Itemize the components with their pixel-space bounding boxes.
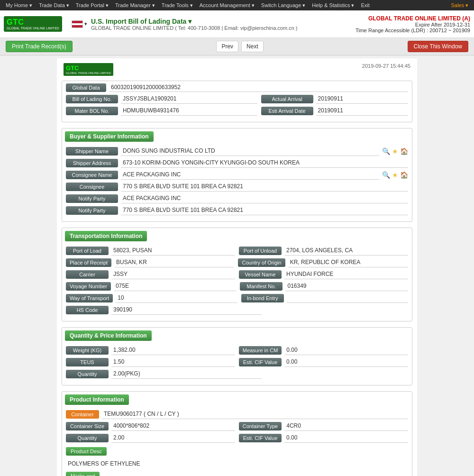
notify-party-value: ACE PACKAGING INC — [121, 194, 408, 203]
header-bar: GTC GLOBAL TRADE ONLINE LIMITED ▾ U.S. I… — [0, 10, 474, 38]
logo-box: GTC GLOBAL TRADE ONLINE LIMITED — [4, 16, 62, 32]
measure-cm-label: Measure in CM — [239, 346, 282, 355]
carrier-row: Carrier JSSY Vessel Name HYUNDAI FORCE — [66, 270, 408, 279]
product-desc-button[interactable]: Product Desc — [66, 447, 107, 456]
vessel-name-label: Vessel Name — [239, 270, 282, 279]
global-data-body: Global Data 6003201909120000633952 Bill … — [62, 81, 412, 122]
product-esti-cif-label: Esti. CIF Value — [239, 434, 282, 442]
consignee-home-icon[interactable]: 🏠 — [400, 171, 408, 179]
weight-label: Weight (KG) — [66, 346, 109, 355]
nav-switch-language[interactable]: Switch Language ▾ — [258, 1, 308, 9]
esti-cif-label: Esti. CIF Value — [239, 358, 282, 366]
quantity-label: Quantity — [66, 370, 109, 378]
place-receipt-label: Place of Receipt — [66, 258, 111, 267]
weight-row: Weight (KG) 1,382.00 Measure in CM 0.00 — [66, 346, 408, 355]
prev-button-top[interactable]: Prev — [216, 41, 238, 52]
hs-code-row: HS Code 390190 — [66, 305, 408, 315]
port-load-row: Port of Load 58023, PUSAN Port of Unload… — [66, 246, 408, 256]
quantity-row: Quantity 2.00(PKG) — [66, 369, 408, 379]
container-size-label: Container Size — [66, 422, 109, 430]
country-origin-value: KR, REPUBLIC OF KOREA — [288, 258, 408, 267]
measure-cm-value: 0.00 — [284, 346, 408, 355]
logo-area: GTC GLOBAL TRADE ONLINE LIMITED — [4, 16, 62, 32]
bol-row: Bill of Lading No. JSSYJSBLA1909201 Actu… — [66, 94, 408, 104]
actual-arrival-value: 20190911 — [316, 94, 408, 104]
consignee-star-icon[interactable]: ★ — [392, 171, 398, 179]
notify-party2-row: Notify Party 770 S BREA BLVD SUITE 101 B… — [66, 206, 408, 215]
shipper-address-row: Shipper Address 673-10 KORIM-DONG YONGIN… — [66, 158, 408, 168]
product-body: Container TEMU9060177 ( CN / L / CY ) Co… — [62, 408, 412, 476]
hs-code-value: 390190 — [111, 305, 262, 315]
carrier-label: Carrier — [66, 270, 109, 279]
nav-help-statistics[interactable]: Help & Statistics ▾ — [309, 1, 357, 9]
close-window-button-top[interactable]: Close This Window — [408, 41, 468, 52]
header-time-range: Time Range Accessible (LDR) : 200712 ~ 2… — [356, 27, 470, 33]
container-label: Container — [66, 410, 99, 419]
container-size-value: 4000*806*802 — [111, 421, 235, 431]
marks-button[interactable]: Marks and — [66, 472, 100, 476]
next-button-top[interactable]: Next — [241, 41, 264, 52]
consignee-row: Consignee 770 S BREA BLVD SUITE 101 BREA… — [66, 182, 408, 192]
print-record-button-top[interactable]: Print Trade Record(s) — [6, 41, 73, 52]
us-flag-icon — [72, 20, 83, 28]
shipper-address-value: 673-10 KORIM-DONG YONGIN-CITY KYUNGGI-DO… — [121, 158, 408, 168]
inbond-value — [287, 293, 408, 303]
global-data-row: Global Data 6003201909120000633952 — [66, 83, 408, 92]
master-bol-row: Mater BOL No. HDMUBUWB4931476 Esti Arriv… — [66, 106, 408, 116]
consignee-name-label: Consignee Name — [66, 171, 118, 179]
esti-cif-value: 0.00 — [284, 357, 408, 367]
nav-trade-tools[interactable]: Trade Tools ▾ — [159, 1, 196, 9]
country-origin-label: Country of Origin — [238, 258, 285, 267]
port-unload-value: 2704, LOS ANGELES, CA — [284, 246, 408, 256]
esti-arrival-label: Esti Arrival Date — [261, 107, 313, 115]
teus-row: TEUS 1.50 Esti. CIF Value 0.00 — [66, 357, 408, 367]
shipper-home-icon[interactable]: 🏠 — [400, 147, 408, 155]
port-load-value: 58023, PUSAN — [111, 246, 235, 256]
nav-exit[interactable]: Exit — [358, 1, 372, 9]
top-navigation: My Home ▾ Trade Data ▾ Trade Portal ▾ Tr… — [0, 0, 474, 10]
product-quantity-value: 2.00 — [111, 433, 235, 443]
notify-party2-label: Notify Party — [66, 206, 118, 215]
notify-party2-value: 770 S BREA BLVD SUITE 101 BREA CA 92821 — [121, 206, 408, 215]
container-row: Container TEMU9060177 ( CN / L / CY ) — [66, 410, 408, 419]
consignee-search-icon[interactable]: 🔍 — [382, 171, 390, 179]
nav-trade-data[interactable]: Trade Data ▾ — [36, 1, 72, 9]
header-company: GLOBAL TRADE ONLINE LIMITED (A) — [356, 15, 470, 22]
product-quantity-row: Quantity 2.00 Esti. CIF Value 0.00 — [66, 433, 408, 443]
record-timestamp: 2019-09-27 15:44:45 — [362, 63, 410, 69]
nav-account-management[interactable]: Account Management ▾ — [197, 1, 257, 9]
record-logo-sub: GLOBAL TRADE ONLINE LIMITED — [66, 72, 111, 74]
inbond-label: In-bond Entry — [241, 294, 284, 302]
vessel-name-value: HYUNDAI FORCE — [284, 270, 408, 279]
way-transport-label: Way of Transport — [66, 294, 113, 302]
global-data-section: Global Data 6003201909120000633952 Bill … — [62, 81, 412, 122]
nav-my-home[interactable]: My Home ▾ — [3, 1, 35, 9]
product-desc-text: POLYMERS OF ETHYLENE — [66, 459, 408, 468]
nav-trade-portal[interactable]: Trade Portal ▾ — [73, 1, 111, 9]
port-unload-label: Port of Unload — [239, 247, 282, 255]
header-middle: U.S. Import Bill of Lading Data ▾ GLOBAL… — [91, 18, 356, 31]
nav-sales[interactable]: Sales ▾ — [448, 1, 471, 9]
flag-area: ▾ — [72, 20, 87, 28]
buyer-supplier-body: Shipper Name DONG SUNG INDUSTRIAL CO LTD… — [62, 145, 412, 221]
bol-label: Bill of Lading No. — [66, 95, 118, 103]
notify-party-row: Notify Party ACE PACKAGING INC — [66, 194, 408, 203]
teus-value: 1.50 — [111, 357, 235, 367]
nav-trade-manager[interactable]: Trade Manager ▾ — [112, 1, 158, 9]
global-data-label: Global Data — [66, 83, 106, 92]
quantity-price-body: Weight (KG) 1,382.00 Measure in CM 0.00 … — [62, 344, 412, 385]
port-load-label: Port of Load — [66, 247, 109, 255]
product-section: Product Information Container TEMU906017… — [62, 391, 412, 476]
weight-value: 1,382.00 — [111, 346, 235, 355]
hs-code-label: HS Code — [66, 306, 109, 314]
shipper-star-icon[interactable]: ★ — [392, 147, 398, 155]
quantity-value: 2.00(PKG) — [111, 369, 262, 379]
record-header: GTC GLOBAL TRADE ONLINE LIMITED 2019-09-… — [62, 63, 412, 76]
header-right: GLOBAL TRADE ONLINE LIMITED (A) Expire A… — [356, 15, 470, 33]
main-content: GTC GLOBAL TRADE ONLINE LIMITED 2019-09-… — [57, 58, 417, 476]
place-receipt-row: Place of Receipt BUSAN, KR Country of Or… — [66, 258, 408, 267]
product-desc-btn-area: Product Desc — [66, 445, 408, 458]
container-size-row: Container Size 4000*806*802 Container Ty… — [66, 421, 408, 431]
shipper-address-label: Shipper Address — [66, 159, 118, 167]
shipper-search-icon[interactable]: 🔍 — [382, 147, 390, 155]
